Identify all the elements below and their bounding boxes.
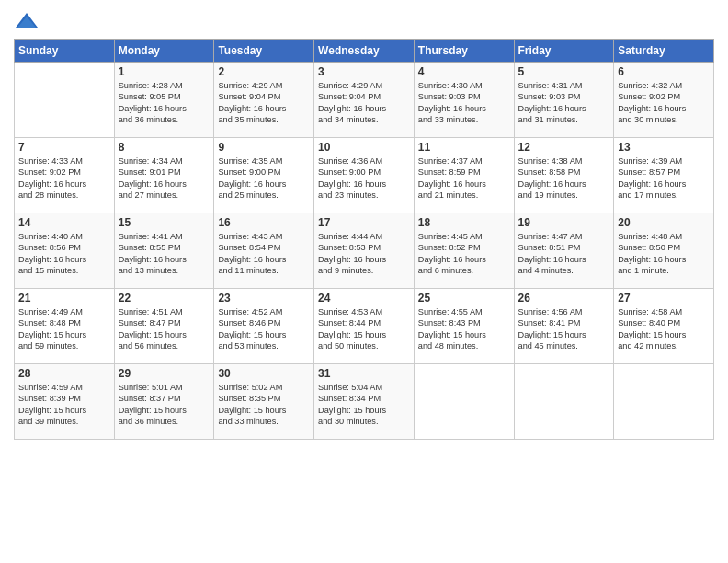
week-row-4: 21Sunrise: 4:49 AMSunset: 8:48 PMDayligh… bbox=[15, 289, 714, 364]
day-cell: 27Sunrise: 4:58 AMSunset: 8:40 PMDayligh… bbox=[614, 289, 714, 364]
day-number: 8 bbox=[119, 141, 210, 154]
day-content: Sunrise: 4:55 AMSunset: 8:43 PMDaylight:… bbox=[418, 306, 510, 352]
day-cell bbox=[15, 63, 115, 138]
day-number: 21 bbox=[18, 292, 110, 304]
day-number: 28 bbox=[18, 367, 110, 380]
week-row-1: 1Sunrise: 4:28 AMSunset: 9:05 PMDaylight… bbox=[15, 63, 714, 138]
day-cell: 31Sunrise: 5:04 AMSunset: 8:34 PMDayligh… bbox=[314, 364, 415, 440]
day-number: 13 bbox=[618, 141, 710, 154]
header-row: SundayMondayTuesdayWednesdayThursdayFrid… bbox=[15, 40, 714, 63]
day-cell: 18Sunrise: 4:45 AMSunset: 8:52 PMDayligh… bbox=[414, 213, 514, 289]
day-number: 20 bbox=[618, 216, 710, 229]
day-content: Sunrise: 4:34 AMSunset: 9:01 PMDaylight:… bbox=[119, 155, 210, 201]
day-cell: 17Sunrise: 4:44 AMSunset: 8:53 PMDayligh… bbox=[314, 213, 415, 289]
day-content: Sunrise: 4:35 AMSunset: 9:00 PMDaylight:… bbox=[218, 155, 310, 201]
col-header-sunday: Sunday bbox=[15, 40, 115, 63]
day-cell: 16Sunrise: 4:43 AMSunset: 8:54 PMDayligh… bbox=[214, 213, 314, 289]
day-cell: 30Sunrise: 5:02 AMSunset: 8:35 PMDayligh… bbox=[214, 364, 314, 440]
day-number: 7 bbox=[18, 141, 110, 154]
col-header-saturday: Saturday bbox=[614, 40, 714, 63]
day-number: 12 bbox=[518, 141, 610, 154]
day-content: Sunrise: 4:37 AMSunset: 8:59 PMDaylight:… bbox=[418, 155, 510, 201]
day-content: Sunrise: 4:33 AMSunset: 9:02 PMDaylight:… bbox=[18, 155, 110, 201]
day-content: Sunrise: 4:40 AMSunset: 8:56 PMDaylight:… bbox=[18, 231, 110, 277]
day-number: 10 bbox=[318, 141, 410, 154]
day-number: 23 bbox=[218, 292, 310, 304]
day-number: 25 bbox=[418, 292, 510, 304]
day-content: Sunrise: 4:58 AMSunset: 8:40 PMDaylight:… bbox=[618, 306, 710, 352]
day-number: 19 bbox=[518, 216, 610, 229]
col-header-wednesday: Wednesday bbox=[314, 40, 415, 63]
day-cell: 15Sunrise: 4:41 AMSunset: 8:55 PMDayligh… bbox=[114, 213, 214, 289]
day-number: 1 bbox=[119, 65, 210, 78]
day-number: 31 bbox=[318, 367, 410, 380]
day-cell: 7Sunrise: 4:33 AMSunset: 9:02 PMDaylight… bbox=[15, 138, 115, 213]
day-cell: 6Sunrise: 4:32 AMSunset: 9:02 PMDaylight… bbox=[614, 63, 714, 138]
day-number: 30 bbox=[218, 367, 310, 380]
day-content: Sunrise: 4:31 AMSunset: 9:03 PMDaylight:… bbox=[518, 80, 610, 126]
day-content: Sunrise: 5:02 AMSunset: 8:35 PMDaylight:… bbox=[218, 382, 310, 428]
day-content: Sunrise: 4:52 AMSunset: 8:46 PMDaylight:… bbox=[218, 306, 310, 352]
day-cell: 5Sunrise: 4:31 AMSunset: 9:03 PMDaylight… bbox=[514, 63, 614, 138]
day-cell bbox=[414, 364, 514, 440]
day-number: 18 bbox=[418, 216, 510, 229]
col-header-tuesday: Tuesday bbox=[214, 40, 314, 63]
day-cell bbox=[514, 364, 614, 440]
day-content: Sunrise: 4:47 AMSunset: 8:51 PMDaylight:… bbox=[518, 231, 610, 277]
day-number: 9 bbox=[218, 141, 310, 154]
week-row-2: 7Sunrise: 4:33 AMSunset: 9:02 PMDaylight… bbox=[15, 138, 714, 213]
day-content: Sunrise: 4:45 AMSunset: 8:52 PMDaylight:… bbox=[418, 231, 510, 277]
day-number: 27 bbox=[618, 292, 710, 304]
day-content: Sunrise: 4:38 AMSunset: 8:58 PMDaylight:… bbox=[518, 155, 610, 201]
day-content: Sunrise: 4:51 AMSunset: 8:47 PMDaylight:… bbox=[119, 306, 210, 352]
day-content: Sunrise: 4:29 AMSunset: 9:04 PMDaylight:… bbox=[218, 80, 310, 126]
day-content: Sunrise: 4:36 AMSunset: 9:00 PMDaylight:… bbox=[318, 155, 410, 201]
header bbox=[14, 9, 714, 35]
day-cell: 9Sunrise: 4:35 AMSunset: 9:00 PMDaylight… bbox=[214, 138, 314, 213]
day-cell: 21Sunrise: 4:49 AMSunset: 8:48 PMDayligh… bbox=[15, 289, 115, 364]
day-number: 26 bbox=[518, 292, 610, 304]
day-number: 3 bbox=[318, 65, 410, 78]
week-row-5: 28Sunrise: 4:59 AMSunset: 8:39 PMDayligh… bbox=[15, 364, 714, 440]
day-number: 29 bbox=[119, 367, 210, 380]
day-content: Sunrise: 4:53 AMSunset: 8:44 PMDaylight:… bbox=[318, 306, 410, 352]
col-header-thursday: Thursday bbox=[414, 40, 514, 63]
day-number: 24 bbox=[318, 292, 410, 304]
day-cell: 29Sunrise: 5:01 AMSunset: 8:37 PMDayligh… bbox=[114, 364, 214, 440]
day-content: Sunrise: 4:56 AMSunset: 8:41 PMDaylight:… bbox=[518, 306, 610, 352]
day-cell: 23Sunrise: 4:52 AMSunset: 8:46 PMDayligh… bbox=[214, 289, 314, 364]
day-number: 11 bbox=[418, 141, 510, 154]
day-cell: 3Sunrise: 4:29 AMSunset: 9:04 PMDaylight… bbox=[314, 63, 415, 138]
day-number: 15 bbox=[119, 216, 210, 229]
logo bbox=[14, 9, 43, 35]
day-content: Sunrise: 4:28 AMSunset: 9:05 PMDaylight:… bbox=[119, 80, 210, 126]
day-cell: 13Sunrise: 4:39 AMSunset: 8:57 PMDayligh… bbox=[614, 138, 714, 213]
day-number: 4 bbox=[418, 65, 510, 78]
day-cell: 2Sunrise: 4:29 AMSunset: 9:04 PMDaylight… bbox=[214, 63, 314, 138]
day-cell: 22Sunrise: 4:51 AMSunset: 8:47 PMDayligh… bbox=[114, 289, 214, 364]
day-cell: 4Sunrise: 4:30 AMSunset: 9:03 PMDaylight… bbox=[414, 63, 514, 138]
day-content: Sunrise: 4:49 AMSunset: 8:48 PMDaylight:… bbox=[18, 306, 110, 352]
day-number: 2 bbox=[218, 65, 310, 78]
day-content: Sunrise: 4:59 AMSunset: 8:39 PMDaylight:… bbox=[18, 382, 110, 428]
day-cell: 24Sunrise: 4:53 AMSunset: 8:44 PMDayligh… bbox=[314, 289, 415, 364]
day-number: 16 bbox=[218, 216, 310, 229]
day-content: Sunrise: 4:48 AMSunset: 8:50 PMDaylight:… bbox=[618, 231, 710, 277]
day-cell bbox=[614, 364, 714, 440]
day-content: Sunrise: 4:32 AMSunset: 9:02 PMDaylight:… bbox=[618, 80, 710, 126]
day-cell: 1Sunrise: 4:28 AMSunset: 9:05 PMDaylight… bbox=[114, 63, 214, 138]
day-cell: 11Sunrise: 4:37 AMSunset: 8:59 PMDayligh… bbox=[414, 138, 514, 213]
day-content: Sunrise: 4:44 AMSunset: 8:53 PMDaylight:… bbox=[318, 231, 410, 277]
page: SundayMondayTuesdayWednesdayThursdayFrid… bbox=[0, 0, 728, 563]
day-content: Sunrise: 5:04 AMSunset: 8:34 PMDaylight:… bbox=[318, 382, 410, 428]
day-content: Sunrise: 4:39 AMSunset: 8:57 PMDaylight:… bbox=[618, 155, 710, 201]
day-number: 5 bbox=[518, 65, 610, 78]
day-cell: 10Sunrise: 4:36 AMSunset: 9:00 PMDayligh… bbox=[314, 138, 415, 213]
day-content: Sunrise: 4:29 AMSunset: 9:04 PMDaylight:… bbox=[318, 80, 410, 126]
day-content: Sunrise: 5:01 AMSunset: 8:37 PMDaylight:… bbox=[119, 382, 210, 428]
day-number: 14 bbox=[18, 216, 110, 229]
day-cell: 28Sunrise: 4:59 AMSunset: 8:39 PMDayligh… bbox=[15, 364, 115, 440]
logo-icon bbox=[14, 9, 40, 35]
calendar-table: SundayMondayTuesdayWednesdayThursdayFrid… bbox=[14, 39, 714, 440]
col-header-monday: Monday bbox=[114, 40, 214, 63]
